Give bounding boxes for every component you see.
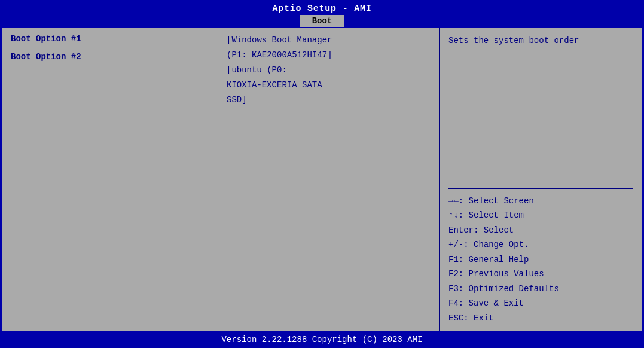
key-enter-key: Enter: [448,223,484,238]
boot-value-2: (P1: KAE2000A512HI47] [227,49,431,62]
main-content: Boot Option #1 Boot Option #2 [Windows B… [2,28,642,331]
left-panel: Boot Option #1 Boot Option #2 [2,28,218,331]
tab-bar: Boot [1,14,643,27]
key-hint-f4: F4: Save & Exit [448,296,633,311]
key-f2-key: F2: [448,267,469,282]
key-esc-key: ESC: [448,311,474,326]
key-hint-change-opt: +/-: Change Opt. [448,237,633,252]
footer: Version 2.22.1288 Copyright (C) 2023 AMI [1,332,643,347]
title-bar: Aptio Setup - AMI [1,1,643,14]
key-change-opt-action: Change Opt. [474,237,529,252]
key-hint-select-item: ↑↓: Select Item [448,208,633,223]
key-change-opt-key: +/-: [448,237,474,252]
key-hints: →←: Select Screen ↑↓: Select Item Enter:… [448,194,633,326]
key-esc-action: Exit [474,311,494,326]
key-f3-key: F3: [448,282,469,297]
key-f2-action: Previous Values [469,267,544,282]
key-hint-enter: Enter: Select [448,223,633,238]
divider [448,188,633,189]
key-hint-f3: F3: Optimized Defaults [448,282,633,297]
bios-container: Aptio Setup - AMI Boot Boot Option #1 Bo… [0,0,644,348]
boot-value-3: [ubuntu (P0: [227,64,431,77]
key-select-item-action: Select Item [469,208,524,223]
key-f4-key: F4: [448,296,469,311]
right-panel: Sets the system boot order →←: Select Sc… [439,28,642,331]
key-select-screen-key: →←: [448,194,469,209]
active-tab[interactable]: Boot [300,15,344,27]
boot-value-5: SSD] [227,94,431,106]
key-hint-select-screen: →←: Select Screen [448,194,633,209]
help-text: Sets the system boot order [448,34,633,184]
boot-value-1: [Windows Boot Manager [227,34,431,47]
boot-value-4: KIOXIA-EXCERIA SATA [227,79,431,91]
key-hint-f2: F2: Previous Values [448,267,633,282]
key-f3-action: Optimized Defaults [469,282,559,297]
key-hint-esc: ESC: Exit [448,311,633,326]
app-title: Aptio Setup - AMI [273,4,372,14]
key-enter-action: Select [484,223,514,238]
key-select-screen-action: Select Screen [469,194,534,209]
key-select-item-key: ↑↓: [448,208,469,223]
key-f4-action: Save & Exit [469,296,524,311]
center-panel: [Windows Boot Manager (P1: KAE2000A512HI… [218,28,439,331]
boot-option-1-label[interactable]: Boot Option #1 [11,34,209,44]
key-f1-action: General Help [469,252,529,267]
key-hint-f1: F1: General Help [448,252,633,267]
footer-text: Version 2.22.1288 Copyright (C) 2023 AMI [221,335,422,344]
key-f1-key: F1: [448,252,469,267]
boot-option-2-label[interactable]: Boot Option #2 [11,52,209,62]
